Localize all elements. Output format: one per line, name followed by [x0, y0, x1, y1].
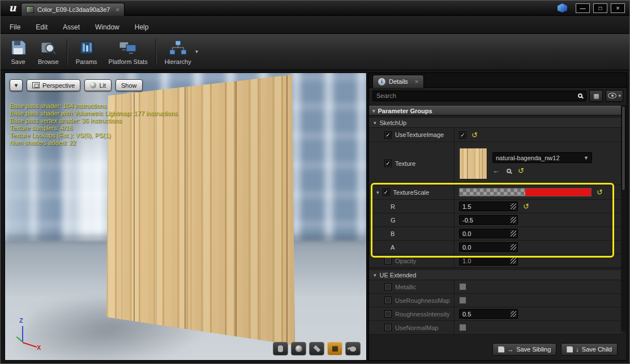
save-button[interactable]: Save — [4, 37, 32, 66]
cube-icon — [332, 346, 338, 352]
save-icon — [10, 40, 27, 57]
reset-to-default-icon[interactable]: ↺ — [523, 203, 529, 210]
spin-grip-icon[interactable] — [511, 244, 516, 250]
metallic-override-checkbox[interactable] — [384, 283, 392, 290]
stats-line: Num shaders added: 22 — [10, 139, 178, 147]
titlebar[interactable]: u Color_E09-Lc3daa90a3e7 × — □ × — [1, 1, 629, 16]
list-view-icon: ▦ — [593, 92, 599, 100]
check-icon: ✓ — [460, 132, 465, 138]
spin-grip-icon[interactable] — [511, 203, 516, 209]
check-icon: ✓ — [385, 132, 390, 138]
texture-scale-color-swatch[interactable] — [459, 188, 592, 196]
stats-line: Base pass shader with Volumetric Lightma… — [10, 110, 178, 117]
save-child-button[interactable]: ↓ Save Child — [561, 343, 618, 356]
preview-shape-cube-button[interactable] — [327, 342, 342, 356]
visibility-filter-button[interactable]: ▾ — [606, 90, 623, 102]
group-ue-extended-header[interactable]: ▾ UE Extended — [369, 270, 622, 280]
r-value-spinbox[interactable]: 1.5 — [459, 202, 518, 211]
browse-button[interactable]: Browse — [32, 37, 65, 66]
tab-close-icon[interactable]: × — [415, 78, 418, 85]
expander-icon[interactable]: ▾ — [376, 190, 379, 195]
expander-icon: ▾ — [374, 120, 376, 126]
row-texture-scale-r: R 1.5 ↺ — [369, 200, 622, 213]
chevron-down-icon: ▾ — [618, 93, 621, 99]
roughness-intensity-override-checkbox[interactable] — [384, 310, 392, 318]
reset-to-default-icon[interactable]: ↺ — [472, 131, 478, 139]
metallic-value-checkbox[interactable] — [459, 283, 466, 290]
reset-to-default-icon[interactable]: ↺ — [518, 167, 524, 174]
texture-override-checkbox[interactable]: ✓ — [384, 160, 392, 167]
document-tab[interactable]: Color_E09-Lc3daa90a3e7 × — [21, 3, 125, 16]
spin-grip-icon[interactable] — [511, 258, 516, 264]
details-search-row: Search ▦ ▾ — [369, 88, 627, 104]
opacity-value-spinbox[interactable]: 1.0 — [459, 256, 518, 265]
preview-viewport[interactable]: ▼ Perspective Lit Show Base pass shader:… — [5, 72, 367, 361]
parameter-groups-header[interactable]: ▾ Parameter Groups — [369, 106, 622, 115]
use-normal-map-override-checkbox[interactable] — [384, 324, 392, 331]
close-button[interactable]: × — [611, 3, 625, 13]
menu-asset[interactable]: Asset — [63, 23, 80, 31]
texture-asset-name: natural-bagenda_nw12 — [496, 155, 560, 161]
a-value: 0.0 — [460, 244, 511, 251]
view-options-list-button[interactable]: ▦ — [589, 90, 603, 102]
b-value-spinbox[interactable]: 0.0 — [459, 229, 518, 238]
menu-edit[interactable]: Edit — [36, 23, 48, 31]
menu-window[interactable]: Window — [95, 23, 119, 31]
details-scrollbar[interactable] — [621, 105, 626, 331]
sphere-icon — [295, 345, 302, 352]
preview-shape-sphere-button[interactable] — [291, 342, 306, 356]
row-roughness-intensity: RoughnessIntensity 0.5 — [369, 307, 622, 321]
roughness-intensity-label: RoughnessIntensity — [395, 311, 450, 318]
tab-details[interactable]: i Details × — [372, 75, 424, 88]
maximize-button[interactable]: □ — [593, 3, 607, 13]
perspective-button[interactable]: Perspective — [27, 79, 80, 91]
texture-asset-dropdown[interactable]: natural-bagenda_nw12 ▼ — [492, 152, 592, 163]
use-normal-map-value-checkbox[interactable] — [459, 324, 466, 331]
show-menu-button[interactable]: Show — [115, 79, 143, 91]
tab-close-icon[interactable]: × — [115, 6, 119, 13]
details-footer: → Save Sibling ↓ Save Child — [492, 343, 618, 356]
minimize-button[interactable]: — — [576, 3, 590, 13]
lit-mode-button[interactable]: Lit — [84, 79, 112, 91]
use-roughness-map-override-checkbox[interactable] — [384, 297, 392, 304]
a-label: A — [391, 244, 395, 251]
params-icon — [78, 40, 95, 57]
search-icon — [578, 93, 582, 98]
reset-to-default-icon[interactable]: ↺ — [597, 189, 603, 196]
viewport-options-button[interactable]: ▼ — [10, 79, 23, 91]
texture-scale-override-checkbox[interactable]: ✓ — [383, 189, 390, 196]
marketplace-icon[interactable] — [558, 3, 567, 12]
g-value-spinbox[interactable]: -0.5 — [459, 215, 518, 225]
use-texture-image-override-checkbox[interactable]: ✓ — [384, 131, 392, 139]
use-roughness-map-value-checkbox[interactable] — [459, 297, 466, 304]
chevron-down-icon[interactable]: ▾ — [195, 49, 198, 54]
preview-shape-teapot-button[interactable] — [345, 342, 361, 356]
search-input[interactable]: Search — [372, 91, 586, 101]
search-placeholder: Search — [376, 92, 396, 99]
use-texture-image-value-checkbox[interactable]: ✓ — [459, 131, 466, 139]
spin-grip-icon[interactable] — [511, 217, 516, 223]
scrollbar-thumb[interactable] — [622, 106, 625, 191]
axis-z-label: Z — [19, 317, 23, 324]
preview-shape-plane-button[interactable] — [309, 342, 324, 356]
a-value-spinbox[interactable]: 0.0 — [459, 242, 518, 252]
browse-to-asset-icon[interactable] — [507, 169, 511, 173]
hierarchy-button[interactable]: Hierarchy ▾ — [159, 37, 197, 66]
stats-line: Base pass vertex shader: 36 instructions — [10, 117, 178, 125]
use-selected-asset-icon[interactable]: ← — [492, 168, 500, 174]
texture-thumbnail[interactable] — [459, 148, 487, 179]
spin-grip-icon[interactable] — [511, 311, 516, 317]
roughness-intensity-spinbox[interactable]: 0.5 — [459, 309, 518, 319]
menu-help[interactable]: Help — [135, 23, 149, 31]
opacity-override-checkbox[interactable] — [384, 257, 392, 264]
chevron-down-icon: ▼ — [14, 83, 19, 88]
platform-stats-button[interactable]: Platform Stats — [103, 37, 153, 66]
save-sibling-button[interactable]: → Save Sibling — [492, 343, 556, 356]
row-use-normal-map: UseNormalMap — [369, 321, 622, 335]
preview-shape-cylinder-button[interactable] — [273, 342, 288, 356]
params-button[interactable]: Params — [70, 37, 103, 66]
group-sketchup-header[interactable]: ▾ SketchUp — [369, 118, 622, 128]
spin-grip-icon[interactable] — [511, 230, 516, 237]
opacity-value: 1.0 — [460, 258, 511, 264]
menu-file[interactable]: File — [10, 23, 20, 31]
